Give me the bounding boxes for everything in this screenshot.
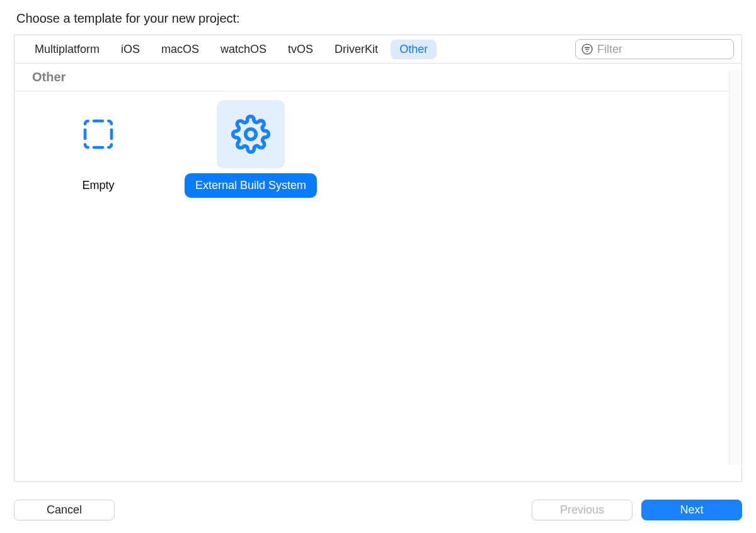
gear-icon [217, 100, 285, 168]
template-grid: Empty External Build System [14, 91, 742, 481]
svg-point-8 [246, 129, 256, 140]
template-item-empty[interactable]: Empty [32, 100, 164, 473]
scrollbar-track[interactable] [729, 70, 742, 465]
tab-other[interactable]: Other [391, 40, 437, 59]
previous-button[interactable]: Previous [532, 500, 633, 520]
section-title: Other [14, 64, 742, 91]
dashed-square-icon [64, 100, 132, 168]
tab-driverkit[interactable]: DriverKit [326, 40, 387, 59]
filter-field[interactable] [575, 39, 734, 59]
tab-watchos[interactable]: watchOS [212, 40, 275, 59]
dialog-footer: Cancel Previous Next [14, 500, 742, 520]
template-label: External Build System [185, 173, 317, 198]
filter-input[interactable] [597, 43, 742, 56]
next-button[interactable]: Next [641, 500, 742, 520]
filter-icon [581, 43, 593, 55]
tab-tvos[interactable]: tvOS [279, 40, 322, 59]
tab-multiplatform[interactable]: Multiplatform [26, 40, 108, 59]
template-item-external-build-system[interactable]: External Build System [185, 100, 317, 473]
template-label: Empty [73, 173, 123, 198]
template-panel: Multiplatform iOS macOS watchOS tvOS Dri… [14, 35, 742, 482]
tab-macos[interactable]: macOS [152, 40, 208, 59]
cancel-button[interactable]: Cancel [14, 500, 115, 520]
tab-ios[interactable]: iOS [112, 40, 149, 59]
platform-tabbar: Multiplatform iOS macOS watchOS tvOS Dri… [14, 35, 742, 64]
page-title: Choose a template for your new project: [16, 11, 742, 26]
